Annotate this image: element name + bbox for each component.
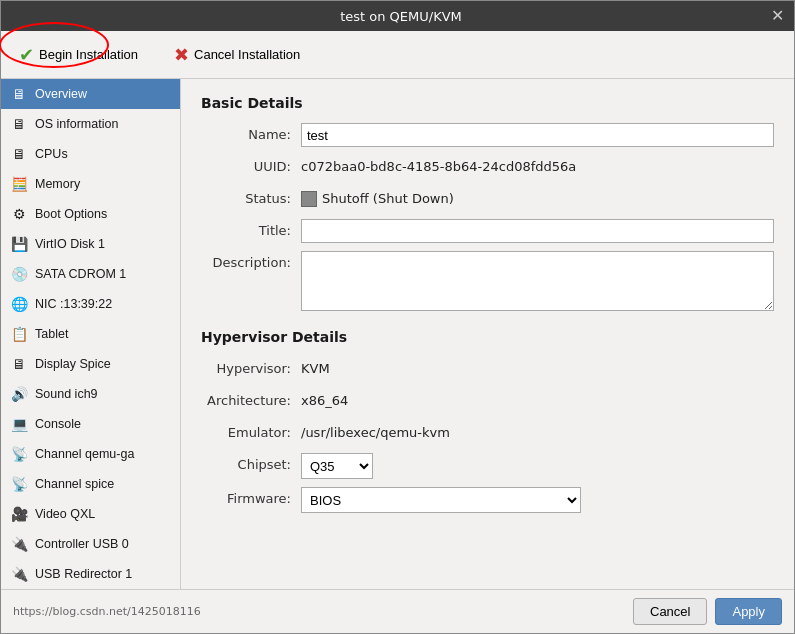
begin-icon: ✔ [19, 44, 34, 66]
hypervisor-section: Hypervisor Details Hypervisor: KVM Archi… [201, 329, 774, 513]
sidebar-item-label: Channel spice [35, 477, 114, 491]
sidebar-item-label: Memory [35, 177, 80, 191]
main-panel: Basic Details Name: UUID: c072baa0-bd8c-… [181, 79, 794, 589]
console-icon: 💻 [9, 414, 29, 434]
title-row: Title: [201, 219, 774, 243]
channel-qemu-icon: 📡 [9, 444, 29, 464]
close-button[interactable]: ✕ [771, 8, 784, 24]
tablet-icon: 📋 [9, 324, 29, 344]
memory-icon: 🧮 [9, 174, 29, 194]
sidebar-item-nic[interactable]: 🌐 NIC :13:39:22 [1, 289, 180, 319]
cancel-installation-label: Cancel Installation [194, 47, 300, 62]
firmware-row: Firmware: BIOS UEFI [201, 487, 774, 513]
emulator-label: Emulator: [201, 421, 301, 445]
sidebar-item-sound-ich9[interactable]: 🔊 Sound ich9 [1, 379, 180, 409]
sidebar-item-label: SATA CDROM 1 [35, 267, 126, 281]
hypervisor-row: Hypervisor: KVM [201, 357, 774, 381]
architecture-label: Architecture: [201, 389, 301, 413]
firmware-label: Firmware: [201, 487, 301, 511]
toolbar: ✔ Begin Installation ✖ Cancel Installati… [1, 31, 794, 79]
name-row: Name: [201, 123, 774, 147]
nic-icon: 🌐 [9, 294, 29, 314]
disk-icon: 💾 [9, 234, 29, 254]
chipset-row: Chipset: Q35 i440FX [201, 453, 774, 479]
channel-spice-icon: 📡 [9, 474, 29, 494]
sidebar-item-label: VirtIO Disk 1 [35, 237, 105, 251]
sidebar: 🖥 Overview 🖥 OS information 🖥 CPUs 🧮 Mem… [1, 79, 181, 589]
sidebar-item-controller-usb-0[interactable]: 🔌 Controller USB 0 [1, 529, 180, 559]
sidebar-item-label: OS information [35, 117, 118, 131]
description-textarea[interactable] [301, 251, 774, 311]
sidebar-item-label: USB Redirector 1 [35, 567, 132, 581]
os-icon: 🖥 [9, 114, 29, 134]
hypervisor-details-title: Hypervisor Details [201, 329, 774, 345]
chipset-select-container: Q35 i440FX [301, 453, 373, 479]
sidebar-item-memory[interactable]: 🧮 Memory [1, 169, 180, 199]
sidebar-item-console[interactable]: 💻 Console [1, 409, 180, 439]
overview-icon: 🖥 [9, 84, 29, 104]
content-area: 🖥 Overview 🖥 OS information 🖥 CPUs 🧮 Mem… [1, 79, 794, 589]
sidebar-item-label: Console [35, 417, 81, 431]
description-label: Description: [201, 251, 301, 275]
sidebar-item-label: Tablet [35, 327, 68, 341]
hypervisor-label: Hypervisor: [201, 357, 301, 381]
sidebar-item-tablet[interactable]: 📋 Tablet [1, 319, 180, 349]
sound-icon: 🔊 [9, 384, 29, 404]
sidebar-item-usb-redirector-1[interactable]: 🔌 USB Redirector 1 [1, 559, 180, 589]
sidebar-item-label: Boot Options [35, 207, 107, 221]
display-icon: 🖥 [9, 354, 29, 374]
emulator-value: /usr/libexec/qemu-kvm [301, 421, 774, 445]
apply-button[interactable]: Apply [715, 598, 782, 625]
title-input[interactable] [301, 219, 774, 243]
cdrom-icon: 💿 [9, 264, 29, 284]
sidebar-item-channel-qemu-ga[interactable]: 📡 Channel qemu-ga [1, 439, 180, 469]
architecture-row: Architecture: x86_64 [201, 389, 774, 413]
title-label: Title: [201, 219, 301, 243]
sidebar-item-overview[interactable]: 🖥 Overview [1, 79, 180, 109]
sidebar-item-display-spice[interactable]: 🖥 Display Spice [1, 349, 180, 379]
sidebar-item-virtio-disk[interactable]: 💾 VirtIO Disk 1 [1, 229, 180, 259]
window-title: test on QEMU/KVM [31, 9, 771, 24]
sidebar-item-label: Controller USB 0 [35, 537, 129, 551]
emulator-row: Emulator: /usr/libexec/qemu-kvm [201, 421, 774, 445]
sidebar-item-video-qxl[interactable]: 🎥 Video QXL [1, 499, 180, 529]
status-row: Status: Shutoff (Shut Down) [201, 187, 774, 211]
uuid-label: UUID: [201, 155, 301, 179]
usb-controller-icon: 🔌 [9, 534, 29, 554]
chipset-select[interactable]: Q35 i440FX [301, 453, 373, 479]
sidebar-item-boot-options[interactable]: ⚙ Boot Options [1, 199, 180, 229]
status-label: Status: [201, 187, 301, 211]
cpus-icon: 🖥 [9, 144, 29, 164]
sidebar-item-sata-cdrom[interactable]: 💿 SATA CDROM 1 [1, 259, 180, 289]
sidebar-item-cpus[interactable]: 🖥 CPUs [1, 139, 180, 169]
uuid-value: c072baa0-bd8c-4185-8b64-24cd08fdd56a [301, 155, 774, 179]
boot-icon: ⚙ [9, 204, 29, 224]
sidebar-item-label: Video QXL [35, 507, 95, 521]
architecture-value: x86_64 [301, 389, 774, 413]
chipset-label: Chipset: [201, 453, 301, 477]
cancel-installation-button[interactable]: ✖ Cancel Installation [166, 40, 308, 70]
sidebar-item-label: NIC :13:39:22 [35, 297, 112, 311]
cancel-button[interactable]: Cancel [633, 598, 707, 625]
firmware-select[interactable]: BIOS UEFI [301, 487, 581, 513]
sidebar-item-os-information[interactable]: 🖥 OS information [1, 109, 180, 139]
titlebar: test on QEMU/KVM ✕ [1, 1, 794, 31]
sidebar-item-label: Sound ich9 [35, 387, 98, 401]
begin-installation-label: Begin Installation [39, 47, 138, 62]
sidebar-item-label: CPUs [35, 147, 68, 161]
sidebar-item-channel-spice[interactable]: 📡 Channel spice [1, 469, 180, 499]
hypervisor-value: KVM [301, 357, 774, 381]
description-row: Description: [201, 251, 774, 311]
video-icon: 🎥 [9, 504, 29, 524]
basic-details-title: Basic Details [201, 95, 774, 111]
name-input[interactable] [301, 123, 774, 147]
sidebar-item-label: Display Spice [35, 357, 111, 371]
begin-installation-container: ✔ Begin Installation [11, 40, 146, 70]
usb-redir1-icon: 🔌 [9, 564, 29, 584]
status-value: Shutoff (Shut Down) [301, 187, 774, 211]
cancel-icon: ✖ [174, 44, 189, 66]
begin-installation-button[interactable]: ✔ Begin Installation [11, 40, 146, 70]
footer-url: https://blog.csdn.net/1425018116 [13, 605, 201, 618]
sidebar-item-label: Channel qemu-ga [35, 447, 134, 461]
sidebar-item-label: Overview [35, 87, 87, 101]
